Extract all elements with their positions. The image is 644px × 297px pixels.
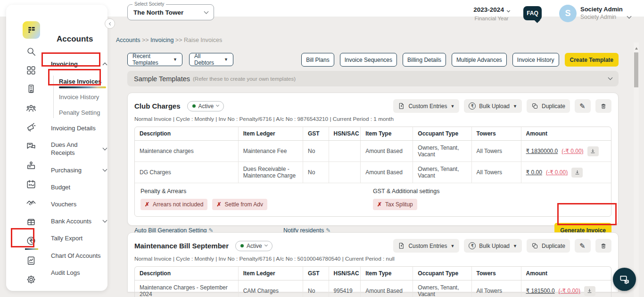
negative-amount-link[interactable]: (-₹ 0.00) <box>546 169 568 176</box>
announcements-icon[interactable] <box>26 122 36 132</box>
multiple-advances-button[interactable]: Multiple Advances <box>452 53 507 67</box>
card-meta: Normal Invoice | Cycle : Monthly | Inv N… <box>128 253 618 262</box>
app-window: Accounts Invoicing Raise Invoices Invoic… <box>0 0 644 297</box>
sidebar-item-penalty-setting[interactable]: Penalty Setting <box>59 109 107 116</box>
edit-template-button[interactable]: ✎ <box>575 239 591 253</box>
all-debtors-dropdown[interactable]: All Debtors▼ <box>189 53 233 66</box>
society-select-dropdown[interactable]: Select Society The North Tower <box>127 4 214 20</box>
billing-details-button[interactable]: Billing Details <box>403 53 446 67</box>
sidebar-item-purchasing[interactable]: Purchasing <box>51 167 107 174</box>
sidebar-item-bank-accounts[interactable]: Bank Accounts <box>51 218 107 225</box>
gst-settings-title: GST & Additional settings <box>373 188 605 195</box>
sidebar-item-invoice-history[interactable]: Invoice History <box>59 93 107 101</box>
chevron-down-icon <box>608 76 613 80</box>
scrollbar-thumb[interactable] <box>634 52 638 87</box>
invoice-history-button[interactable]: Invoice History <box>512 53 559 67</box>
tag-arrears-not-included: ✗Arrears not included <box>140 199 207 210</box>
file-icon <box>398 102 405 110</box>
penalty-arrears-title: Penalty & Arrears <box>140 188 373 195</box>
faq-button[interactable]: FAQ <box>523 6 542 20</box>
download-button[interactable] <box>584 286 595 296</box>
vouchers-handshake-icon[interactable] <box>26 198 36 208</box>
status-dropdown[interactable]: Active <box>187 101 224 111</box>
caret-down-icon: ▼ <box>450 104 454 109</box>
negative-amount-link[interactable]: (-₹ 0.00) <box>559 288 580 294</box>
x-icon: ✗ <box>377 201 382 208</box>
budget-calendar-icon[interactable] <box>26 179 36 189</box>
amount-link[interactable]: ₹ 1830000.0 <box>526 148 558 154</box>
sidebar-item-chart-of-accounts[interactable]: Chart Of Accounts <box>51 252 107 259</box>
tag-settle-from-adv: ✗Settle from Adv <box>212 199 267 210</box>
create-template-button[interactable]: Create Template <box>565 53 619 67</box>
residents-icon[interactable] <box>26 103 36 113</box>
billing-desk-icon[interactable] <box>26 160 36 170</box>
breadcrumb-accounts[interactable]: Accounts <box>116 37 140 43</box>
download-icon <box>586 288 593 294</box>
financial-year-label: Financial Year <box>469 16 514 21</box>
building-icon[interactable] <box>26 84 36 94</box>
recent-templates-dropdown[interactable]: Recent Templates▼ <box>127 53 182 66</box>
settings-gear-icon[interactable] <box>26 274 36 285</box>
rupee-circle-icon: ₹ <box>469 242 476 249</box>
sample-templates-accordion[interactable]: Sample Templates (Refer these to create … <box>127 71 619 86</box>
download-button[interactable] <box>587 146 599 156</box>
active-dot-icon <box>240 244 244 247</box>
bank-icon[interactable] <box>26 217 36 227</box>
sidebar-collapse-button[interactable] <box>105 18 115 29</box>
communications-icon[interactable] <box>26 141 36 152</box>
duplicate-button[interactable]: Duplicate <box>527 99 570 113</box>
negative-amount-link[interactable]: (-₹ 0.00) <box>561 148 583 154</box>
download-icon <box>590 148 596 154</box>
status-dropdown[interactable]: Active <box>235 241 272 251</box>
breadcrumb-invoicing[interactable]: Invoicing <box>150 37 173 43</box>
table-row: Maintenance Charges - September 2024 CAM… <box>135 280 611 297</box>
pencil-icon: ✎ <box>579 242 586 250</box>
rupee-circle-icon: ₹ <box>469 102 476 110</box>
caret-down-icon: ▼ <box>224 57 228 62</box>
duplicate-button[interactable]: Duplicate <box>527 239 570 253</box>
bulk-upload-button[interactable]: ₹Bulk Upload▼ <box>464 99 522 113</box>
scrollbar-up-arrow[interactable] <box>635 47 638 50</box>
delete-template-button[interactable] <box>595 239 611 253</box>
dashboard-icon[interactable] <box>26 65 36 76</box>
sidebar-item-invoicing[interactable]: Invoicing <box>51 60 107 68</box>
financial-year-selector[interactable]: 2023-2024 Financial Year <box>469 6 514 21</box>
download-icon <box>574 170 580 176</box>
sidebar-item-audit-logs[interactable]: Audit Logs <box>51 269 107 276</box>
accounts-rupee-icon[interactable] <box>26 236 36 246</box>
user-name: Society Admin <box>580 6 623 13</box>
app-logo-icon[interactable] <box>23 21 40 39</box>
society-select-value: The North Tower <box>133 9 183 16</box>
sidebar-item-tally-export[interactable]: Tally Export <box>51 235 107 242</box>
amount-link[interactable]: ₹ 181500.0 <box>526 288 555 294</box>
file-icon <box>398 242 405 249</box>
bill-plans-button[interactable]: Bill Plans <box>301 53 334 67</box>
bulk-upload-button[interactable]: ₹Bulk Upload▼ <box>464 239 522 253</box>
edit-template-button[interactable]: ✎ <box>575 99 591 113</box>
download-button[interactable] <box>571 168 583 178</box>
sidebar: Accounts Invoicing Raise Invoices Invoic… <box>6 5 107 291</box>
user-role: Society Admin <box>580 14 616 20</box>
sidebar-item-dues-and-receipts[interactable]: Dues And Receipts <box>51 141 107 157</box>
amount-link[interactable]: ₹ 0.00 <box>526 169 542 176</box>
sample-templates-hint: (Refer these to create your own template… <box>193 76 296 82</box>
table-row: Maintenance charges Maintenance Fee No A… <box>135 141 611 162</box>
chevron-down-icon <box>103 218 107 223</box>
pencil-icon: ✎ <box>579 102 586 110</box>
chevron-down-icon <box>507 9 510 12</box>
card-title: Club Charges <box>134 102 181 110</box>
avatar[interactable]: S <box>559 5 577 22</box>
sidebar-item-raise-invoices[interactable]: Raise Invoices <box>59 78 107 85</box>
delete-template-button[interactable] <box>595 99 611 113</box>
custom-entries-button[interactable]: Custom Entries▼ <box>393 99 459 113</box>
sidebar-item-budget[interactable]: Budget <box>51 184 107 191</box>
invoice-sequences-button[interactable]: Invoice Sequences <box>340 53 397 67</box>
reports-icon[interactable] <box>26 255 36 266</box>
sidebar-item-vouchers[interactable]: Vouchers <box>51 201 107 208</box>
user-menu-chevron[interactable] <box>627 11 631 20</box>
search-icon[interactable] <box>26 46 36 57</box>
support-chat-button[interactable] <box>613 268 636 291</box>
active-icon-underline <box>25 248 38 250</box>
sidebar-item-invoicing-details[interactable]: Invoicing Details <box>51 125 107 132</box>
custom-entries-button[interactable]: Custom Entries▼ <box>393 239 459 253</box>
